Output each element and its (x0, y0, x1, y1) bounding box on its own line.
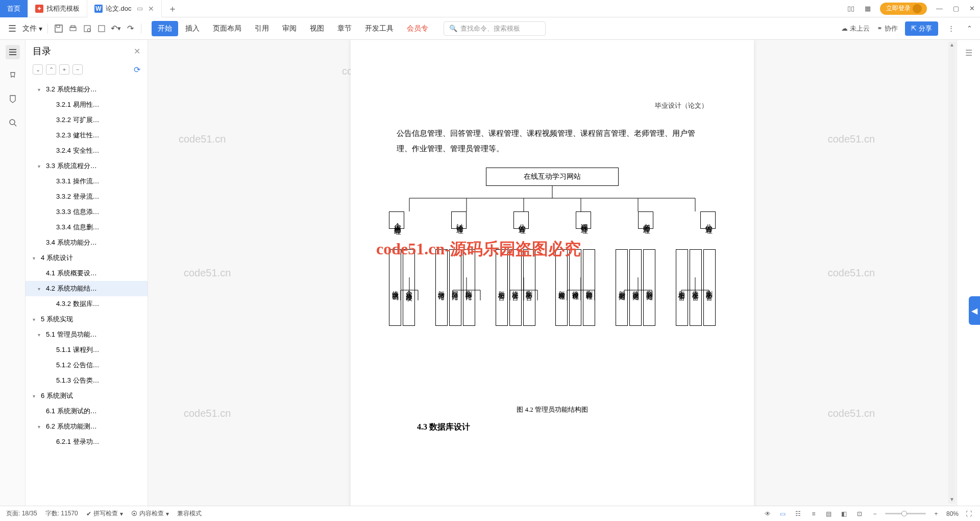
zoom-slider[interactable] (885, 513, 926, 514)
compat-mode[interactable]: 兼容模式 (177, 509, 202, 518)
outline-expand-up[interactable]: ⌃ (46, 64, 56, 75)
tab-document[interactable]: W 论文.doc ▭ ✕ (87, 0, 162, 17)
nav-ribbon-icon[interactable] (6, 92, 20, 106)
cloud-status[interactable]: ☁未上云 (841, 24, 870, 33)
tree-item[interactable]: 4.3.2 数据库… (26, 296, 148, 312)
command-search[interactable]: 🔍 查找命令、搜索模板 (444, 21, 546, 36)
tree-item[interactable]: ▾3.3 系统流程分… (26, 158, 148, 174)
web-layout-icon[interactable]: ☷ (793, 509, 803, 519)
tab-member[interactable]: 会员专 (401, 21, 434, 36)
tree-item[interactable]: 3.3.1 操作流… (26, 174, 148, 189)
save-icon[interactable] (53, 23, 64, 34)
outline-sync-icon[interactable]: ⟳ (134, 65, 140, 75)
share-button[interactable]: ⇱分享 (905, 21, 938, 36)
tab-window-icon[interactable]: ▭ (137, 5, 143, 12)
print-layout-icon[interactable]: ▭ (778, 509, 788, 519)
tree-item[interactable]: 3.4 系统功能分… (26, 235, 148, 250)
layout-icon[interactable]: ▯▯ (842, 0, 860, 17)
tree-item-label: 5 系统实现 (41, 315, 73, 324)
outline-collapse-down[interactable]: ⌄ (33, 64, 43, 75)
draft-view-icon[interactable]: ▤ (824, 509, 834, 519)
tree-item[interactable]: ▾5 系统实现 (26, 312, 148, 327)
statusbar: 页面: 18/35 字数: 11570 ✔拼写检查 ▾ ⦿内容检查 ▾ 兼容模式… (0, 506, 980, 521)
right-panel-toggle-icon[interactable]: ☰ (961, 45, 976, 60)
outline-add[interactable]: + (59, 64, 69, 75)
tree-item[interactable]: 3.2.2 可扩展… (26, 112, 148, 128)
tree-item[interactable]: 5.1.1 课程列… (26, 342, 148, 358)
maximize-button[interactable]: ▢ (948, 0, 964, 17)
tab-chapter[interactable]: 章节 (331, 21, 358, 36)
login-button[interactable]: 立即登录 (880, 3, 927, 15)
nav-search-icon[interactable] (6, 115, 20, 130)
outline-remove[interactable]: − (72, 64, 83, 75)
tree-item[interactable]: 6.1 系统测试的… (26, 404, 148, 419)
tree-item[interactable]: 3.3.4 信息删… (26, 220, 148, 235)
tree-item[interactable]: 3.3.3 信息添… (26, 204, 148, 220)
redo-icon[interactable]: ↷ (125, 23, 136, 34)
tab-devtools[interactable]: 开发工具 (359, 21, 400, 36)
nav-bookmark-icon[interactable] (6, 68, 20, 83)
tab-home[interactable]: 首页 (0, 0, 28, 17)
content-check-label: 内容检查 (139, 509, 164, 518)
tree-item[interactable]: ▾5.1 管理员功能… (26, 327, 148, 342)
vertical-scrollbar[interactable]: ▲ ▼ (948, 42, 955, 504)
tree-item[interactable]: 3.2.4 安全性… (26, 143, 148, 158)
close-button[interactable]: ✕ (964, 0, 980, 17)
outline-view-icon[interactable]: ≡ (808, 509, 819, 519)
zoom-out-icon[interactable]: − (870, 509, 880, 519)
tab-template[interactable]: ✦ 找稻壳模板 (28, 0, 87, 17)
tab-review[interactable]: 审阅 (276, 21, 303, 36)
document-canvas[interactable]: code51.cn code51.cn code51.cn code51.cn … (148, 40, 957, 506)
tree-item[interactable]: ▾4.2 系统功能结… (26, 281, 148, 296)
chart-leaf-box: 修改公告 (509, 249, 522, 326)
preview-icon[interactable] (82, 23, 93, 34)
zoom-fit-icon[interactable]: ⊡ (854, 509, 865, 519)
edge-feedback-tab[interactable]: ◀ (969, 296, 980, 325)
tree-item[interactable]: ▾6 系统测试 (26, 388, 148, 404)
file-menu[interactable]: 文件 ▾ (22, 24, 42, 33)
fullscreen-icon[interactable]: ⛶ (964, 509, 974, 519)
content-check-button[interactable]: ⦿内容检查 ▾ (131, 509, 169, 518)
cut-icon[interactable] (96, 23, 107, 34)
outline-close-icon[interactable]: ✕ (134, 46, 140, 56)
tree-item[interactable]: ▾6.2 系统功能测… (26, 419, 148, 434)
tree-item[interactable]: 3.2.3 健壮性… (26, 128, 148, 143)
page-indicator[interactable]: 页面: 18/35 (6, 509, 37, 518)
tab-start[interactable]: 开始 (152, 21, 178, 36)
tree-item[interactable]: ▾3.2 系统性能分… (26, 82, 148, 97)
collapse-ribbon-icon[interactable]: ⌃ (964, 23, 975, 34)
tree-item[interactable]: 3.2.1 易用性… (26, 97, 148, 112)
apps-icon[interactable]: ▦ (860, 0, 876, 17)
tree-item[interactable]: 3.3.2 登录流… (26, 189, 148, 204)
collab-button[interactable]: ⚭协作 (877, 24, 898, 33)
tab-view[interactable]: 视图 (304, 21, 330, 36)
reading-view-icon[interactable]: ◧ (839, 509, 849, 519)
tab-layout[interactable]: 页面布局 (207, 21, 248, 36)
word-count[interactable]: 字数: 11570 (45, 509, 78, 518)
scroll-down-icon[interactable]: ▼ (948, 496, 955, 504)
add-tab-button[interactable]: ＋ (162, 3, 183, 15)
tree-item[interactable]: 5.1.2 公告信… (26, 358, 148, 373)
tree-item[interactable]: 4.1 系统概要设… (26, 266, 148, 281)
tab-insert[interactable]: 插入 (179, 21, 206, 36)
zoom-thumb[interactable] (901, 511, 907, 516)
nav-outline-icon[interactable] (6, 45, 20, 59)
spellcheck-button[interactable]: ✔拼写检查 ▾ (86, 509, 123, 518)
tree-item[interactable]: 6.2.1 登录功… (26, 434, 148, 449)
scroll-up-icon[interactable]: ▲ (948, 42, 955, 49)
print-icon[interactable] (67, 23, 79, 34)
zoom-value[interactable]: 80% (946, 510, 959, 517)
undo-icon[interactable]: ↶ ▾ (110, 23, 121, 34)
tree-item[interactable]: ▾4 系统设计 (26, 250, 148, 266)
minimize-button[interactable]: — (931, 0, 948, 17)
zoom-in-icon[interactable]: + (931, 509, 941, 519)
tab-close-icon[interactable]: ✕ (148, 5, 154, 13)
tab-reference[interactable]: 引用 (249, 21, 275, 36)
outline-tree[interactable]: ▾3.2 系统性能分…3.2.1 易用性…3.2.2 可扩展…3.2.3 健壮性… (26, 80, 148, 506)
read-mode-icon[interactable]: 👁 (763, 509, 773, 519)
hamburger-icon[interactable]: ☰ (5, 23, 19, 34)
more-icon[interactable]: ⋮ (945, 23, 957, 34)
tree-item-label: 4.1 系统概要设… (46, 269, 97, 278)
tree-item[interactable]: 5.1.3 公告类… (26, 373, 148, 388)
ribbon-tabs: 开始 插入 页面布局 引用 审阅 视图 章节 开发工具 会员专 (152, 21, 434, 36)
